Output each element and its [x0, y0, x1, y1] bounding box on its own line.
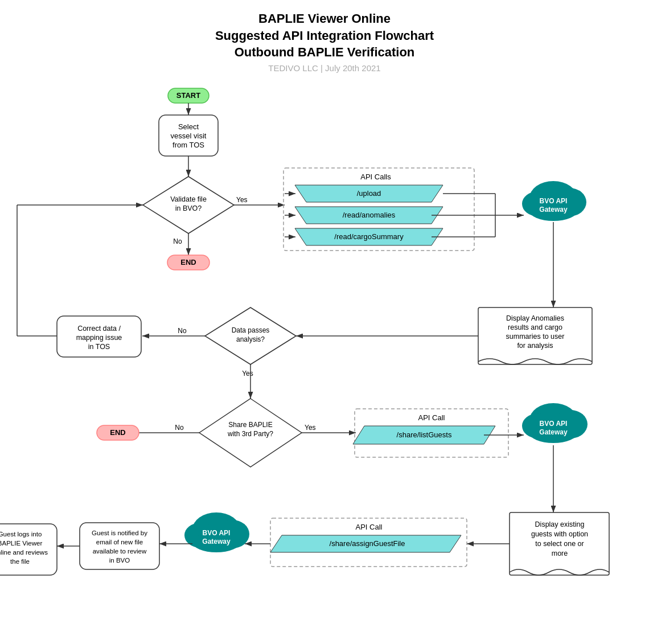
svg-text:vessel visit: vessel visit: [171, 132, 207, 140]
svg-text:Guest is notified by: Guest is notified by: [92, 530, 147, 536]
no-label-3: No: [175, 424, 184, 432]
svg-text:Gateway: Gateway: [202, 538, 231, 545]
list-guests-label: /share/listGuests: [397, 430, 452, 439]
bvo-api-2-label: BVO API: [540, 420, 568, 428]
bvo-api-3-label: BVO API: [203, 529, 231, 537]
yes-label-2: Yes: [242, 370, 253, 378]
svg-text:Share BAPLIE: Share BAPLIE: [228, 421, 272, 429]
api-call-label-2: API Call: [418, 413, 445, 422]
start-label: START: [176, 91, 200, 100]
select-vessel-label: Select: [178, 122, 199, 131]
svg-text:summaries to user: summaries to user: [506, 333, 565, 341]
flowchart-svg: START Select vessel visit from TOS Valid…: [0, 0, 649, 644]
svg-text:Display Anomalies: Display Anomalies: [506, 314, 564, 322]
api-call-label-3: API Call: [356, 523, 383, 531]
svg-text:in BVO: in BVO: [109, 557, 130, 564]
svg-text:for analysis: for analysis: [517, 342, 553, 350]
svg-text:from TOS: from TOS: [172, 141, 204, 149]
assign-guest-label: /share/assignGuestFile: [330, 539, 405, 548]
read-cargo-label: /read/cargoSummary: [334, 232, 404, 241]
svg-text:Data passes: Data passes: [232, 326, 270, 334]
svg-text:in BVO?: in BVO?: [175, 204, 202, 212]
yes-label-3: Yes: [305, 424, 316, 432]
yes-label-1: Yes: [236, 196, 248, 204]
svg-text:in TOS: in TOS: [88, 343, 110, 351]
svg-text:Validate file: Validate file: [170, 195, 207, 203]
svg-text:Gateway: Gateway: [539, 206, 568, 214]
svg-text:available to review: available to review: [93, 548, 147, 555]
end-bottom-label: END: [110, 428, 125, 437]
svg-text:Guest logs into: Guest logs into: [0, 531, 42, 538]
svg-text:Gateway: Gateway: [539, 428, 568, 436]
svg-text:Online and reviews: Online and reviews: [0, 549, 48, 556]
svg-text:results and cargo: results and cargo: [508, 323, 562, 331]
no-label-top: No: [173, 237, 182, 245]
svg-text:the file: the file: [10, 558, 30, 565]
read-anomalies-label: /read/anomalies: [343, 211, 396, 219]
svg-text:Display existing: Display existing: [535, 520, 585, 528]
svg-text:Correct data /: Correct data /: [77, 325, 121, 333]
upload-label: /upload: [357, 189, 381, 198]
flowchart-container: BAPLIE Viewer Online Suggested API Integ…: [0, 0, 649, 644]
no-label-2: No: [178, 327, 187, 335]
svg-text:BAPLIE Viewer: BAPLIE Viewer: [0, 540, 42, 547]
svg-text:with 3rd Party?: with 3rd Party?: [227, 430, 273, 438]
svg-text:mapping issue: mapping issue: [76, 334, 122, 342]
svg-text:more: more: [552, 549, 568, 557]
svg-text:analysis?: analysis?: [236, 335, 265, 343]
end-top-label: END: [180, 258, 196, 266]
svg-text:guests with option: guests with option: [531, 530, 588, 538]
bvo-api-1-label: BVO API: [540, 197, 568, 205]
api-calls-label: API Calls: [360, 173, 391, 181]
svg-text:email of new file: email of new file: [96, 539, 143, 545]
svg-text:to select one or: to select one or: [535, 540, 584, 548]
